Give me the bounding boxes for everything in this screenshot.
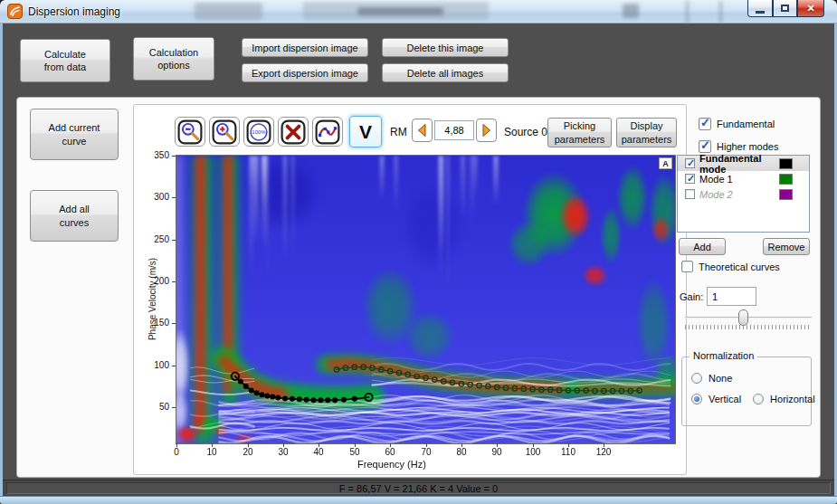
normalization-vertical-radio[interactable] bbox=[691, 394, 702, 404]
mode-checkbox[interactable] bbox=[685, 174, 695, 184]
rm-label: RM bbox=[390, 126, 407, 138]
rm-value-field[interactable]: 4,88 bbox=[434, 120, 474, 140]
zoom-out-icon bbox=[177, 119, 203, 145]
x-tick-label: 20 bbox=[234, 447, 262, 457]
maximize-icon bbox=[781, 5, 789, 12]
maximize-button[interactable] bbox=[773, 0, 797, 17]
close-button[interactable]: ✕ bbox=[797, 0, 824, 17]
curve-icon bbox=[315, 119, 340, 145]
zoom-100-button[interactable]: 100% bbox=[243, 117, 274, 147]
x-tick-label: 100 bbox=[519, 447, 547, 457]
x-tick-label: 0 bbox=[163, 447, 190, 457]
background-blur bbox=[623, 4, 639, 18]
x-tick-label: 30 bbox=[270, 447, 297, 457]
title-bar: Dispersion imaging ✕ bbox=[0, 0, 837, 24]
arrow-left-icon bbox=[415, 122, 429, 138]
x-tick-label: 50 bbox=[341, 447, 368, 457]
mode-checkbox[interactable] bbox=[685, 158, 695, 168]
delete-all-images-button[interactable]: Delete all images bbox=[382, 63, 509, 82]
status-text: F = 86,57 V = 21,66 K = 4 Value = 0 bbox=[339, 483, 498, 494]
mode-list-item[interactable]: Fundamental mode bbox=[678, 156, 809, 171]
theoretical-curves-checkbox[interactable] bbox=[681, 261, 693, 272]
dispersion-heatmap[interactable] bbox=[176, 156, 675, 443]
add-all-curves-button[interactable]: Add all curves bbox=[30, 190, 119, 242]
theoretical-curves-label: Theoretical curves bbox=[699, 262, 780, 272]
window-edge bbox=[0, 496, 837, 504]
mode-color-swatch bbox=[779, 158, 793, 169]
curve-picking-button[interactable] bbox=[312, 117, 343, 147]
y-tick-label: 350 bbox=[146, 150, 169, 160]
x-tick-label: 60 bbox=[376, 447, 404, 457]
zoom-in-icon bbox=[212, 119, 237, 145]
fundamental-checkbox-label: Fundamental bbox=[717, 119, 775, 129]
normalization-horizontal-radio[interactable] bbox=[753, 394, 764, 404]
calculation-options-button[interactable]: Calculation options bbox=[133, 37, 214, 81]
svg-text:100%: 100% bbox=[252, 129, 266, 135]
display-parameters-button[interactable]: Display parameters bbox=[616, 118, 677, 147]
delete-picks-button[interactable] bbox=[278, 117, 309, 147]
source-label: Source 0 bbox=[504, 126, 547, 138]
arrow-right-icon bbox=[480, 122, 493, 138]
picking-parameters-button[interactable]: Picking parameters bbox=[547, 118, 612, 147]
gain-label: Gain: bbox=[680, 291, 703, 302]
y-tick-label: 150 bbox=[146, 318, 169, 328]
gain-field[interactable]: 1 bbox=[707, 287, 756, 306]
normalization-vertical-label: Vertical bbox=[709, 394, 741, 404]
y-tick-label: 50 bbox=[146, 402, 169, 412]
app-icon bbox=[7, 4, 23, 19]
x-tick-label: 90 bbox=[483, 447, 510, 457]
close-icon: ✕ bbox=[806, 3, 814, 14]
source-next-button[interactable] bbox=[476, 119, 497, 142]
background-blur bbox=[195, 3, 262, 20]
x-tick-label: 10 bbox=[198, 447, 225, 457]
fundamental-checkbox[interactable] bbox=[699, 118, 711, 130]
source-previous-button[interactable] bbox=[412, 119, 433, 142]
x-tick-label: 120 bbox=[590, 447, 617, 457]
background-blur bbox=[686, 0, 689, 24]
window-edge bbox=[0, 24, 3, 496]
gain-slider-ticks bbox=[685, 325, 812, 329]
normalization-none-label: None bbox=[709, 373, 732, 384]
status-bar: F = 86,57 V = 21,66 K = 4 Value = 0 bbox=[3, 480, 834, 496]
minimize-button[interactable] bbox=[747, 0, 773, 17]
x-tick-label: 70 bbox=[413, 447, 440, 457]
mode-list-item[interactable]: Mode 1 bbox=[678, 171, 809, 186]
higher-modes-checkbox[interactable] bbox=[699, 140, 711, 153]
normalization-horizontal-label: Horizontal bbox=[770, 394, 815, 404]
mode-color-swatch bbox=[779, 189, 793, 200]
add-mode-button[interactable]: Add bbox=[679, 238, 726, 255]
v-mode-button[interactable]: V bbox=[349, 116, 382, 147]
status-inset: F = 86,57 V = 21,66 K = 4 Value = 0 bbox=[6, 482, 831, 494]
add-current-curve-button[interactable]: Add current curve bbox=[30, 109, 119, 160]
normalization-none-radio[interactable] bbox=[691, 373, 702, 384]
gain-slider-thumb[interactable] bbox=[738, 309, 748, 326]
zoom-out-button[interactable] bbox=[175, 117, 205, 147]
calculate-from-data-button[interactable]: Calculate from data bbox=[20, 39, 110, 82]
zoom-100-icon: 100% bbox=[246, 119, 271, 145]
window-title: Dispersion imaging bbox=[28, 5, 120, 18]
mode-color-swatch bbox=[779, 174, 793, 185]
normalization-title: Normalization bbox=[690, 350, 757, 361]
x-axis-label: Frequency (Hz) bbox=[338, 459, 446, 470]
y-tick-label: 100 bbox=[146, 360, 169, 370]
x-tick-label: 40 bbox=[305, 447, 332, 457]
normalization-group: Normalization None Vertical Horizontal bbox=[681, 357, 812, 426]
y-tick-label: 200 bbox=[146, 276, 169, 286]
zoom-in-button[interactable] bbox=[209, 117, 240, 147]
mode-checkbox[interactable] bbox=[685, 189, 695, 199]
x-tick-label: 80 bbox=[448, 447, 475, 457]
mode-list-item[interactable]: Mode 2 bbox=[678, 186, 809, 202]
plot-corner-button[interactable]: A bbox=[659, 157, 672, 169]
import-dispersion-image-button[interactable]: Import dispersion image bbox=[242, 38, 368, 57]
gain-slider-track[interactable] bbox=[685, 317, 812, 319]
delete-this-image-button[interactable]: Delete this image bbox=[382, 38, 509, 57]
red-cross-icon bbox=[281, 119, 306, 145]
y-tick-label: 250 bbox=[146, 234, 169, 244]
background-blur bbox=[719, 0, 722, 24]
minimize-icon bbox=[756, 11, 765, 14]
export-dispersion-image-button[interactable]: Export dispersion image bbox=[242, 63, 368, 82]
y-axis-label: Phase Velocity (m/s) bbox=[147, 249, 157, 350]
mode-list[interactable]: Fundamental mode Mode 1 Mode 2 bbox=[677, 155, 810, 233]
higher-modes-checkbox-label: Higher modes bbox=[717, 141, 778, 152]
remove-mode-button[interactable]: Remove bbox=[763, 238, 810, 255]
